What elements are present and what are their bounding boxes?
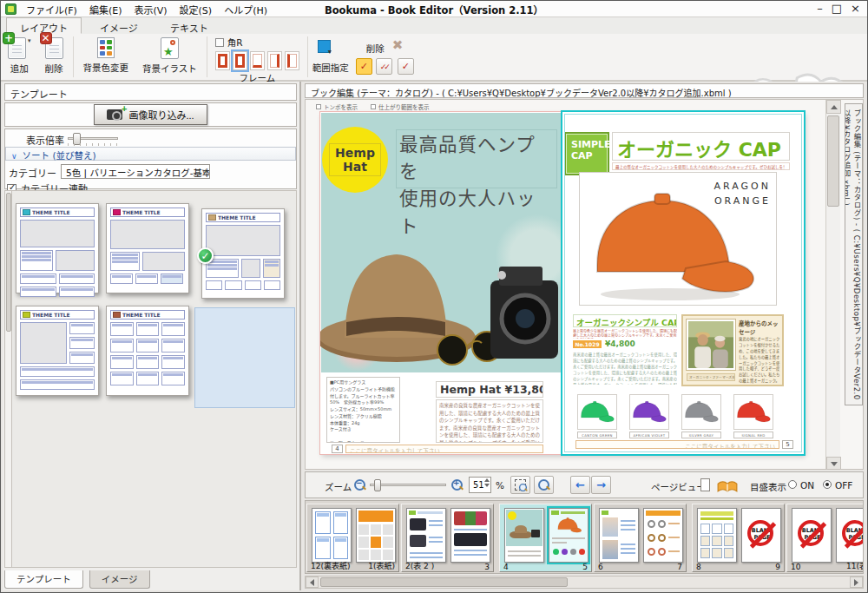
simple-cap-badge[interactable]: SIMPLE CAP: [564, 132, 609, 175]
zoom-value-spinner[interactable]: 51: [469, 477, 491, 493]
add-dropdown-icon[interactable]: ▾: [28, 37, 31, 44]
cap-product-title-frame[interactable]: オーガニックシンプル CAP: [573, 314, 677, 327]
zoom-slider-thumb[interactable]: [374, 479, 381, 491]
page-thumb-6[interactable]: [599, 508, 639, 563]
panel-tab-template[interactable]: テンプレート: [4, 570, 83, 589]
page-thumb-11-blank[interactable]: BLANKPAGE: [836, 508, 864, 563]
range-check-2-button[interactable]: ✓✓: [376, 58, 392, 75]
menu-help[interactable]: ヘルプ(H): [218, 1, 273, 18]
frame-style-5-button[interactable]: [285, 51, 299, 70]
page-5-organic-cap[interactable]: SIMPLE CAP オーガニック CAP 最上の質なオーガニックコットンを使用…: [562, 112, 804, 454]
next-page-button[interactable]: →: [591, 476, 611, 494]
scale-off-radio[interactable]: [823, 480, 832, 489]
book-view-icon[interactable]: [717, 478, 738, 493]
delete-page-button[interactable]: ✕ 削除: [38, 34, 70, 80]
chapter-title-placeholder-left[interactable]: ここに章タイトルを入力して下さい: [345, 445, 543, 453]
variant-red-frame[interactable]: [733, 394, 773, 430]
bg-illust-button[interactable]: ★ 背景イラスト: [135, 34, 204, 80]
maximize-button[interactable]: □: [832, 2, 842, 15]
canvas-vscroll-thumb[interactable]: [827, 115, 839, 207]
hemp-product-title-frame[interactable]: Hemp Hat ¥13,800: [436, 381, 543, 398]
filmstrip-scrollbar-thumb[interactable]: [320, 577, 568, 587]
show-finish-area-checkbox[interactable]: 仕上がり範囲を表示: [371, 102, 430, 111]
template-card-4[interactable]: THEME TITLE: [16, 306, 99, 396]
frame-color-swatch[interactable]: [318, 40, 331, 53]
template-card-1[interactable]: THEME TITLE: [16, 203, 99, 293]
template-card-5[interactable]: THEME TITLE: [106, 306, 189, 396]
close-button[interactable]: ×: [851, 2, 860, 15]
page-thumb-1[interactable]: [356, 508, 396, 563]
hemp-title-frame[interactable]: 最高品質ヘンプを 使用の大人ハット: [396, 129, 557, 188]
corner-r-checkbox[interactable]: [215, 38, 224, 47]
scroll-right-button[interactable]: [850, 577, 863, 588]
zoom-in-icon[interactable]: +: [451, 479, 463, 491]
template-scrollbar[interactable]: [5, 191, 12, 567]
template-card-3[interactable]: THEME TITLE: [201, 208, 285, 299]
prev-page-button[interactable]: ←: [570, 476, 590, 494]
book-edit-side-tab[interactable]: ブック編集 (テーマ：カタログ) - ( C:¥Users¥Q¥Desktop¥…: [845, 103, 863, 405]
template-card-2[interactable]: THEME TITLE: [106, 203, 189, 293]
bg-color-button[interactable]: 背景色変更: [76, 34, 136, 80]
spec-text-frame[interactable]: ■PC用サングラス パソコンのブルーライト予防機能 付します。ブルーライトカット…: [326, 377, 400, 443]
hemp-description-frame[interactable]: 南米産の良質な農産オーガニックコットンを使用した、環境にも配慮する大人のための最…: [436, 399, 543, 443]
page-thumb-10-blank[interactable]: BLANKPAGE: [792, 508, 832, 563]
zoom-slider[interactable]: [370, 484, 446, 486]
page-4-hemp-hat[interactable]: HempHat 最高品質ヘンプを 使用の大人ハット: [320, 112, 562, 454]
spin-down-icon[interactable]: [484, 484, 490, 487]
organic-cap-title-frame[interactable]: オーガニック CAP: [612, 132, 790, 161]
scroll-left-button[interactable]: [306, 577, 319, 588]
category-select[interactable]: 5色 | バリエーションカタログ-基本 ∨: [61, 164, 210, 179]
hemp-hat-circle-label[interactable]: HempHat: [322, 127, 388, 193]
category-value: 5色 | バリエーションカタログ-基本: [66, 168, 210, 178]
page-thumb-2[interactable]: [406, 508, 446, 563]
canvas-vertical-scrollbar[interactable]: [825, 100, 840, 470]
menu-settings[interactable]: 設定(S): [174, 1, 219, 18]
page-thumb-8[interactable]: [697, 508, 737, 563]
image-import-button[interactable]: 画像取り込み...: [94, 104, 207, 125]
page-thumb-4[interactable]: [504, 508, 544, 563]
editor-canvas[interactable]: トンボを表示 仕上がり範囲を表示 HempHat 最高品質ヘンプを 使用の大人ハ…: [305, 99, 864, 470]
template-scrollbar-thumb[interactable]: [6, 193, 11, 332]
frame-style-2-button[interactable]: [233, 51, 247, 70]
page-thumb-9-blank[interactable]: BLANKPAGE: [741, 508, 781, 563]
single-page-view-icon[interactable]: [700, 478, 710, 491]
hemp-hat-photo[interactable]: [320, 201, 562, 372]
range-delete-icon[interactable]: ✖: [392, 37, 404, 53]
scroll-up-button[interactable]: [826, 100, 841, 114]
tab-image[interactable]: イメージ: [86, 17, 152, 34]
frame-style-1-button[interactable]: [215, 51, 230, 70]
panel-tab-image[interactable]: イメージ: [89, 570, 150, 589]
organic-cap-subtitle-frame[interactable]: 最上の質なオーガニックコットンを使用した大人のためのシンプルキャップです。ぜひお…: [612, 162, 790, 170]
producer-message-box[interactable]: オーガニック・ファーマーズ夫妻 産地からのメッセージ 東北の地にオーガニックコッ…: [681, 314, 784, 386]
menu-edit[interactable]: 編集(E): [83, 1, 128, 18]
range-check-1-button[interactable]: ✓: [356, 58, 372, 75]
variant-violet-frame[interactable]: [629, 394, 669, 430]
cap-photo-frame[interactable]: ARAGONORANGE: [579, 172, 777, 306]
add-page-button[interactable]: + ▾ 追加: [1, 34, 38, 80]
chapter-title-placeholder-right[interactable]: ここに章タイトルを入力して下さい: [575, 440, 779, 449]
tab-text[interactable]: テキスト: [156, 17, 222, 34]
display-scale-slider[interactable]: [68, 137, 118, 140]
scale-on-radio[interactable]: [788, 480, 797, 489]
filmstrip-scrollbar[interactable]: [305, 576, 864, 589]
zoom-region-button[interactable]: [510, 476, 530, 494]
show-trim-marks-checkbox[interactable]: トンボを表示: [316, 102, 358, 111]
frame-style-3-button[interactable]: [250, 51, 265, 70]
page-thumb-7[interactable]: [643, 508, 683, 563]
sort-section-header[interactable]: ∨ソート (並び替え): [5, 147, 296, 161]
zoom-out-icon[interactable]: −: [354, 479, 365, 491]
spin-up-icon[interactable]: [484, 478, 490, 482]
variant-gray-frame[interactable]: [681, 394, 721, 430]
menu-view[interactable]: 表示(V): [128, 1, 173, 18]
variant-green-frame[interactable]: [577, 394, 617, 430]
scroll-down-button[interactable]: [826, 457, 841, 470]
range-check-3-button[interactable]: ✓: [398, 58, 414, 75]
cap-body-text-frame[interactable]: 南米産の最上質な最高オーガニックコットンを使用した、環境にも配慮する大人のための…: [573, 352, 677, 385]
zoom-fit-button[interactable]: [534, 476, 554, 494]
menu-file[interactable]: ファイル(F): [20, 1, 83, 18]
page-thumb-3[interactable]: [450, 508, 490, 563]
page-thumb-12[interactable]: [312, 508, 352, 563]
page-thumb-5-selected[interactable]: [549, 508, 589, 563]
minimize-button[interactable]: –: [817, 2, 823, 15]
frame-style-4-button[interactable]: [267, 51, 282, 70]
